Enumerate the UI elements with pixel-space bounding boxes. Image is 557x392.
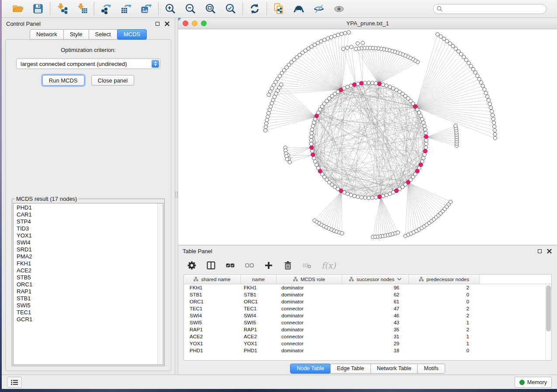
- cell-predecessor-nodes: 0: [409, 299, 480, 304]
- status-bar: Memory: [2, 375, 557, 389]
- mcds-result-item[interactable]: CAR1: [17, 211, 163, 218]
- network-edges: [266, 32, 495, 237]
- select-all-rows-icon[interactable]: [225, 261, 235, 270]
- cell-predecessor-nodes: 0: [409, 348, 480, 353]
- mcds-result-item[interactable]: ORC1: [17, 281, 163, 288]
- duplicate-network-icon[interactable]: [273, 3, 284, 14]
- column-header-MCDS-role[interactable]: MCDS role: [277, 275, 342, 284]
- table-row[interactable]: TEC1TEC1connector472: [184, 305, 551, 312]
- table-scrollbar-thumb[interactable]: [546, 285, 551, 331]
- mcds-result-item[interactable]: STP4: [17, 218, 163, 225]
- close-mcds-panel-button[interactable]: Close panel: [91, 75, 135, 86]
- mcds-result-item[interactable]: STB5: [17, 274, 163, 281]
- search-input[interactable]: [433, 4, 547, 14]
- mcds-result-item[interactable]: YOX1: [17, 232, 163, 239]
- tab-select[interactable]: Select: [89, 29, 118, 40]
- close-panel-button[interactable]: [163, 20, 170, 27]
- import-network-icon[interactable]: [56, 3, 68, 14]
- tab-node-table[interactable]: Node Table: [290, 364, 331, 374]
- column-header-predecessor-nodes[interactable]: predecessor nodes: [409, 275, 480, 284]
- table-row[interactable]: FKH1FKH1dominator962: [184, 284, 551, 291]
- mcds-result-item[interactable]: SWI4: [17, 239, 163, 246]
- float-panel-button[interactable]: [154, 20, 161, 27]
- tab-style[interactable]: Style: [63, 29, 89, 40]
- tab-network-table[interactable]: Network Table: [370, 364, 418, 374]
- mcds-tab-pane: Optimization criterion: largest connecte…: [5, 39, 171, 371]
- column-header-filler: [480, 275, 551, 284]
- table-settings-gear-icon[interactable]: [187, 261, 197, 270]
- mcds-result-item[interactable]: TID3: [17, 225, 163, 232]
- cell-successor-nodes: 35: [342, 327, 409, 332]
- export-table-icon[interactable]: [121, 3, 132, 14]
- float-table-panel-button[interactable]: [536, 248, 543, 254]
- mcds-result-item[interactable]: RAP1: [17, 288, 163, 295]
- run-mcds-button[interactable]: Run MCDS: [42, 75, 84, 86]
- import-table-icon[interactable]: [76, 3, 88, 14]
- tab-edge-table[interactable]: Edge Table: [330, 364, 370, 374]
- memory-status-dot: [519, 380, 525, 385]
- toolbar-group-zoom: [159, 3, 242, 14]
- mcds-result-item[interactable]: PHD1: [17, 204, 163, 211]
- tab-motifs[interactable]: Motifs: [417, 364, 445, 374]
- show-columns-icon[interactable]: [206, 261, 216, 270]
- task-history-button[interactable]: [7, 377, 22, 388]
- cell-shared-name: ORC1: [184, 299, 241, 304]
- mcds-result-item[interactable]: GCR1: [17, 316, 163, 323]
- open-file-icon[interactable]: [12, 3, 24, 14]
- table-row[interactable]: SWI4SWI4dominator462: [184, 312, 551, 319]
- cell-successor-nodes: 29: [342, 341, 409, 346]
- export-network-icon[interactable]: [100, 3, 112, 14]
- cell-successor-nodes: 61: [342, 299, 409, 304]
- mcds-result-item[interactable]: TEC1: [17, 309, 163, 316]
- cell-predecessor-nodes: 2: [409, 306, 480, 311]
- hide-graphics-details-icon[interactable]: [313, 3, 325, 14]
- table-row[interactable]: STB1STB1dominator620: [184, 291, 551, 298]
- table-row[interactable]: ORC1ORC1dominator610: [184, 298, 551, 305]
- table-scrollbar[interactable]: [545, 284, 551, 360]
- cell-mcds-role: dominator: [277, 292, 342, 297]
- memory-button[interactable]: Memory: [515, 377, 552, 388]
- cell-name: ORC1: [241, 299, 277, 304]
- mcds-result-item[interactable]: STB1: [17, 295, 163, 302]
- refresh-view-icon[interactable]: [249, 3, 260, 14]
- show-graphics-details-icon[interactable]: [333, 3, 345, 14]
- network-window-titlebar[interactable]: YPA_prune.txt_1: [178, 18, 557, 29]
- export-image-icon[interactable]: [141, 3, 152, 14]
- criterion-select[interactable]: largest connected component (undirected): [16, 58, 160, 69]
- mcds-list-scrollbar[interactable]: [157, 203, 163, 364]
- deselect-all-rows-icon[interactable]: [245, 261, 254, 270]
- mcds-result-item[interactable]: FKH1: [17, 260, 163, 267]
- column-header-name[interactable]: name: [241, 275, 277, 284]
- divider-grip[interactable]: [175, 192, 178, 198]
- network-canvas[interactable]: [178, 29, 557, 245]
- mcds-result-item[interactable]: PMA2: [17, 253, 163, 260]
- delete-column-icon[interactable]: [283, 261, 293, 270]
- float-icon: [538, 249, 542, 253]
- table-row[interactable]: RAP1RAP1dominator352: [184, 326, 551, 333]
- mcds-result-item[interactable]: ACE2: [17, 267, 163, 274]
- toolbar-group-file: [6, 3, 50, 14]
- column-header-successor-nodes[interactable]: successor nodes: [342, 275, 409, 284]
- table-row[interactable]: ACE2ACE2connector311: [184, 333, 551, 340]
- tab-mcds[interactable]: MCDS: [117, 29, 147, 40]
- optimization-criterion-label: Optimization criterion:: [11, 47, 166, 53]
- zoom-in-icon[interactable]: [165, 3, 176, 14]
- zoom-selected-icon[interactable]: [225, 3, 236, 14]
- table-row[interactable]: PHD1PHD1dominator180: [184, 347, 551, 354]
- mcds-result-item[interactable]: SRD1: [17, 246, 163, 253]
- tab-network[interactable]: Network: [30, 29, 64, 40]
- network-graph[interactable]: [178, 29, 557, 245]
- zoom-out-icon[interactable]: [185, 3, 196, 14]
- table-row[interactable]: SWI5SWI5connector431: [184, 319, 551, 326]
- toolbar-group-import: [50, 3, 94, 14]
- table-row[interactable]: YOX1YOX1connector291: [184, 340, 551, 347]
- zoom-fit-icon[interactable]: [205, 3, 216, 14]
- mcds-result-title: MCDS result (17 nodes): [15, 196, 78, 202]
- search-network-icon[interactable]: [293, 3, 304, 14]
- add-column-icon[interactable]: [264, 261, 273, 270]
- panel-split-divider[interactable]: [175, 18, 178, 375]
- close-table-panel-button[interactable]: [546, 248, 553, 254]
- save-session-icon[interactable]: [32, 3, 44, 14]
- mcds-result-item[interactable]: SWI5: [17, 302, 163, 309]
- column-header-shared-name[interactable]: shared name: [184, 275, 241, 284]
